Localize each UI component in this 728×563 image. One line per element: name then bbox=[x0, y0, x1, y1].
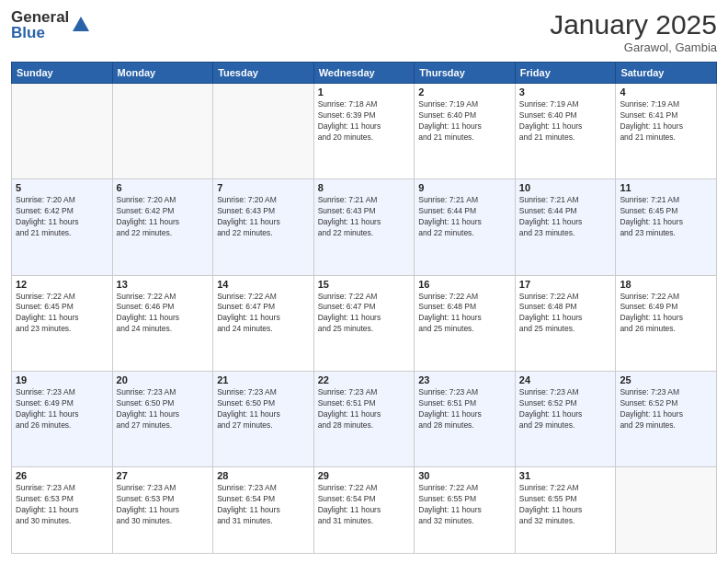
calendar-cell: 18Sunrise: 7:22 AM Sunset: 6:49 PM Dayli… bbox=[616, 275, 717, 371]
day-info: Sunrise: 7:23 AM Sunset: 6:52 PM Dayligh… bbox=[519, 387, 612, 431]
calendar-cell: 27Sunrise: 7:23 AM Sunset: 6:53 PM Dayli… bbox=[112, 467, 213, 554]
day-info: Sunrise: 7:23 AM Sunset: 6:53 PM Dayligh… bbox=[16, 483, 108, 527]
day-number: 18 bbox=[620, 279, 712, 290]
day-info: Sunrise: 7:21 AM Sunset: 6:45 PM Dayligh… bbox=[620, 195, 712, 239]
logo-general: General bbox=[11, 9, 69, 25]
calendar-cell: 23Sunrise: 7:23 AM Sunset: 6:51 PM Dayli… bbox=[415, 371, 516, 466]
day-number: 5 bbox=[16, 182, 108, 193]
week-row-5: 26Sunrise: 7:23 AM Sunset: 6:53 PM Dayli… bbox=[12, 467, 717, 554]
calendar-cell: 25Sunrise: 7:23 AM Sunset: 6:52 PM Dayli… bbox=[616, 371, 717, 466]
day-info: Sunrise: 7:23 AM Sunset: 6:50 PM Dayligh… bbox=[117, 387, 210, 431]
location: Garawol, Gambia bbox=[550, 40, 717, 54]
day-number: 13 bbox=[117, 279, 210, 290]
day-number: 29 bbox=[318, 470, 411, 481]
header: General Blue January 2025 Garawol, Gambi… bbox=[11, 9, 717, 54]
calendar-cell: 12Sunrise: 7:22 AM Sunset: 6:45 PM Dayli… bbox=[12, 275, 113, 371]
day-number: 27 bbox=[117, 470, 210, 481]
day-info: Sunrise: 7:18 AM Sunset: 6:39 PM Dayligh… bbox=[318, 99, 411, 144]
day-number: 7 bbox=[217, 182, 310, 193]
day-info: Sunrise: 7:22 AM Sunset: 6:48 PM Dayligh… bbox=[519, 292, 612, 336]
day-number: 11 bbox=[620, 182, 712, 193]
header-day-saturday: Saturday bbox=[616, 63, 717, 84]
calendar-cell: 3Sunrise: 7:19 AM Sunset: 6:40 PM Daylig… bbox=[515, 84, 616, 179]
day-info: Sunrise: 7:20 AM Sunset: 6:42 PM Dayligh… bbox=[16, 195, 108, 239]
calendar-cell: 21Sunrise: 7:23 AM Sunset: 6:50 PM Dayli… bbox=[213, 371, 314, 466]
calendar-cell: 17Sunrise: 7:22 AM Sunset: 6:48 PM Dayli… bbox=[515, 275, 616, 371]
calendar-cell: 19Sunrise: 7:23 AM Sunset: 6:49 PM Dayli… bbox=[12, 371, 113, 466]
day-number: 19 bbox=[16, 374, 108, 385]
calendar-cell: 5Sunrise: 7:20 AM Sunset: 6:42 PM Daylig… bbox=[12, 179, 113, 275]
day-info: Sunrise: 7:21 AM Sunset: 6:44 PM Dayligh… bbox=[418, 195, 511, 239]
calendar-cell: 28Sunrise: 7:23 AM Sunset: 6:54 PM Dayli… bbox=[213, 467, 314, 554]
header-day-monday: Monday bbox=[112, 63, 213, 84]
day-number: 4 bbox=[620, 86, 712, 98]
day-info: Sunrise: 7:23 AM Sunset: 6:51 PM Dayligh… bbox=[418, 387, 511, 431]
day-info: Sunrise: 7:23 AM Sunset: 6:52 PM Dayligh… bbox=[620, 387, 712, 431]
calendar-cell: 8Sunrise: 7:21 AM Sunset: 6:43 PM Daylig… bbox=[313, 179, 415, 275]
calendar-cell: 13Sunrise: 7:22 AM Sunset: 6:46 PM Dayli… bbox=[112, 275, 213, 371]
page: General Blue January 2025 Garawol, Gambi… bbox=[0, 0, 728, 563]
week-row-2: 5Sunrise: 7:20 AM Sunset: 6:42 PM Daylig… bbox=[12, 179, 717, 275]
calendar-cell: 11Sunrise: 7:21 AM Sunset: 6:45 PM Dayli… bbox=[616, 179, 717, 275]
calendar-cell bbox=[213, 84, 314, 179]
calendar-cell: 22Sunrise: 7:23 AM Sunset: 6:51 PM Dayli… bbox=[313, 371, 415, 466]
week-row-1: 1Sunrise: 7:18 AM Sunset: 6:39 PM Daylig… bbox=[12, 84, 717, 179]
day-number: 16 bbox=[418, 279, 511, 290]
month-title: January 2025 bbox=[550, 9, 717, 40]
calendar-cell bbox=[616, 467, 717, 554]
day-number: 17 bbox=[519, 279, 612, 290]
day-info: Sunrise: 7:21 AM Sunset: 6:44 PM Dayligh… bbox=[519, 195, 612, 239]
day-number: 14 bbox=[217, 279, 310, 290]
calendar-cell: 24Sunrise: 7:23 AM Sunset: 6:52 PM Dayli… bbox=[515, 371, 616, 466]
day-number: 3 bbox=[519, 86, 612, 98]
calendar-cell: 2Sunrise: 7:19 AM Sunset: 6:40 PM Daylig… bbox=[415, 84, 516, 179]
calendar-cell: 31Sunrise: 7:22 AM Sunset: 6:55 PM Dayli… bbox=[515, 467, 616, 554]
day-number: 8 bbox=[318, 182, 411, 193]
day-number: 1 bbox=[318, 86, 411, 98]
calendar-cell: 6Sunrise: 7:20 AM Sunset: 6:42 PM Daylig… bbox=[112, 179, 213, 275]
day-info: Sunrise: 7:22 AM Sunset: 6:46 PM Dayligh… bbox=[117, 292, 210, 336]
day-info: Sunrise: 7:21 AM Sunset: 6:43 PM Dayligh… bbox=[318, 195, 411, 239]
calendar-cell: 16Sunrise: 7:22 AM Sunset: 6:48 PM Dayli… bbox=[415, 275, 516, 371]
day-info: Sunrise: 7:23 AM Sunset: 6:49 PM Dayligh… bbox=[16, 387, 108, 431]
calendar-table: SundayMondayTuesdayWednesdayThursdayFrid… bbox=[11, 62, 717, 554]
day-number: 30 bbox=[418, 470, 511, 481]
day-number: 26 bbox=[16, 470, 108, 481]
day-info: Sunrise: 7:20 AM Sunset: 6:43 PM Dayligh… bbox=[217, 195, 310, 239]
calendar-body: 1Sunrise: 7:18 AM Sunset: 6:39 PM Daylig… bbox=[12, 84, 717, 554]
day-number: 22 bbox=[318, 374, 411, 385]
day-info: Sunrise: 7:22 AM Sunset: 6:55 PM Dayligh… bbox=[519, 483, 612, 527]
day-number: 12 bbox=[16, 279, 108, 290]
day-number: 24 bbox=[519, 374, 612, 385]
logo-blue: Blue bbox=[11, 25, 69, 40]
header-day-wednesday: Wednesday bbox=[313, 63, 415, 84]
day-info: Sunrise: 7:20 AM Sunset: 6:42 PM Dayligh… bbox=[117, 195, 210, 239]
day-info: Sunrise: 7:22 AM Sunset: 6:47 PM Dayligh… bbox=[318, 292, 411, 336]
calendar-cell: 1Sunrise: 7:18 AM Sunset: 6:39 PM Daylig… bbox=[313, 84, 415, 179]
day-number: 20 bbox=[117, 374, 210, 385]
header-day-tuesday: Tuesday bbox=[213, 63, 314, 84]
day-info: Sunrise: 7:23 AM Sunset: 6:53 PM Dayligh… bbox=[117, 483, 210, 527]
calendar-cell: 9Sunrise: 7:21 AM Sunset: 6:44 PM Daylig… bbox=[415, 179, 516, 275]
day-info: Sunrise: 7:19 AM Sunset: 6:41 PM Dayligh… bbox=[620, 99, 712, 144]
header-row: SundayMondayTuesdayWednesdayThursdayFrid… bbox=[12, 63, 717, 84]
day-number: 2 bbox=[418, 86, 511, 98]
header-day-sunday: Sunday bbox=[12, 63, 113, 84]
day-number: 9 bbox=[418, 182, 511, 193]
week-row-3: 12Sunrise: 7:22 AM Sunset: 6:45 PM Dayli… bbox=[12, 275, 717, 371]
day-info: Sunrise: 7:23 AM Sunset: 6:50 PM Dayligh… bbox=[217, 387, 310, 431]
calendar-cell: 15Sunrise: 7:22 AM Sunset: 6:47 PM Dayli… bbox=[313, 275, 415, 371]
day-info: Sunrise: 7:22 AM Sunset: 6:47 PM Dayligh… bbox=[217, 292, 310, 336]
calendar-cell: 14Sunrise: 7:22 AM Sunset: 6:47 PM Dayli… bbox=[213, 275, 314, 371]
calendar-cell bbox=[112, 84, 213, 179]
calendar-cell: 10Sunrise: 7:21 AM Sunset: 6:44 PM Dayli… bbox=[515, 179, 616, 275]
day-number: 28 bbox=[217, 470, 310, 481]
svg-marker-0 bbox=[73, 17, 89, 31]
day-info: Sunrise: 7:22 AM Sunset: 6:48 PM Dayligh… bbox=[418, 292, 511, 336]
calendar-cell: 30Sunrise: 7:22 AM Sunset: 6:55 PM Dayli… bbox=[415, 467, 516, 554]
title-area: January 2025 Garawol, Gambia bbox=[550, 9, 717, 54]
calendar-cell: 29Sunrise: 7:22 AM Sunset: 6:54 PM Dayli… bbox=[313, 467, 415, 554]
day-info: Sunrise: 7:22 AM Sunset: 6:55 PM Dayligh… bbox=[418, 483, 511, 527]
day-info: Sunrise: 7:19 AM Sunset: 6:40 PM Dayligh… bbox=[519, 99, 612, 144]
day-number: 23 bbox=[418, 374, 511, 385]
